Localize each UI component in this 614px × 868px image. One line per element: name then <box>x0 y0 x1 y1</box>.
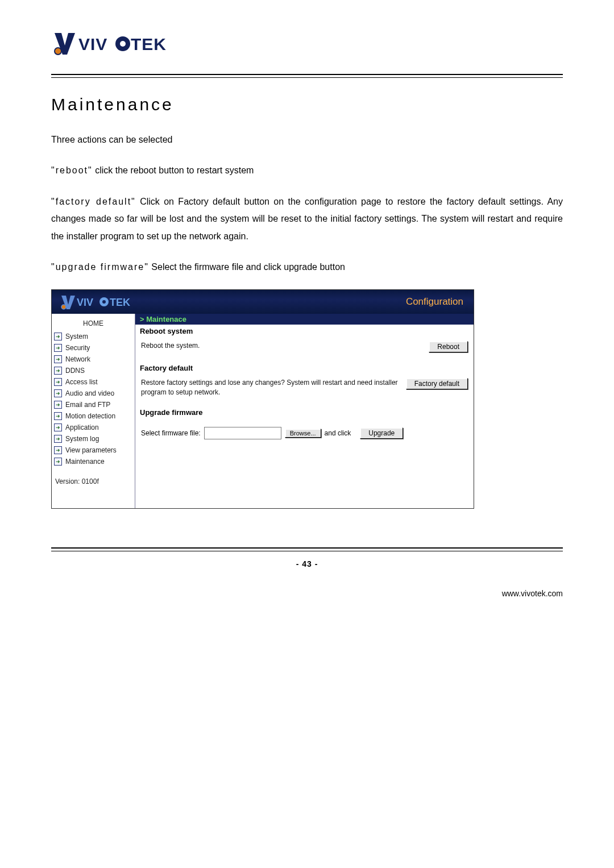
sidebar-item-system[interactable]: ➜ System <box>52 331 135 342</box>
section-factory-text: Restore factory settings and lose any ch… <box>141 378 398 396</box>
arrow-icon: ➜ <box>54 355 62 363</box>
section-upgrade-title: Upgrade firmware <box>135 406 474 422</box>
section-factory: Restore factory settings and lose any ch… <box>135 378 474 405</box>
arrow-icon: ➜ <box>54 367 62 375</box>
sidebar-item-label: System log <box>65 435 99 443</box>
intro-text: Three actions can be selected <box>51 131 563 148</box>
section-reboot: Reboot the system. Reboot <box>135 341 474 362</box>
page-number: - 43 - <box>51 559 563 568</box>
upgrade-button[interactable]: Upgrade <box>360 427 403 439</box>
config-label: Configuration <box>406 296 463 308</box>
sidebar-item-label: Network <box>65 355 90 363</box>
sidebar-item-security[interactable]: ➜ Security <box>52 342 135 354</box>
page-title: Maintenance <box>51 95 563 114</box>
sidebar-item-label: Maintenance <box>65 458 105 466</box>
sidebar-item-access-list[interactable]: ➜ Access list <box>52 376 135 388</box>
para-upgrade-rest: Select the firmware file and click upgra… <box>149 262 345 272</box>
brand-logo-small: VIV TEK <box>60 293 134 310</box>
main-panel: > Maintenace Reboot system Reboot the sy… <box>135 314 474 508</box>
arrow-icon: ➜ <box>54 344 62 352</box>
sidebar-item-label: Audio and video <box>65 389 114 397</box>
sidebar-item-label: View parameters <box>65 446 117 454</box>
sidebar-item-system-log[interactable]: ➜ System log <box>52 433 135 445</box>
svg-text:TEK: TEK <box>131 35 167 53</box>
divider <box>51 547 563 549</box>
firmware-label: Select firmware file: <box>141 429 201 437</box>
keyword-reboot: "reboot" <box>51 165 93 175</box>
and-click-text: and click <box>325 429 351 437</box>
sidebar-item-label: Access list <box>65 378 98 386</box>
sidebar-item-email-ftp[interactable]: ➜ Email and FTP <box>52 399 135 410</box>
svg-text:VIV: VIV <box>78 35 107 53</box>
arrow-icon: ➜ <box>54 446 62 454</box>
para-reboot-rest: click the reboot button to restart syste… <box>93 165 254 175</box>
config-screenshot: VIV TEK Configuration HOME ➜ System ➜ Se… <box>51 289 474 509</box>
breadcrumb: > Maintenace <box>135 314 474 325</box>
version-text: Version: 0100f <box>52 467 135 485</box>
divider <box>51 74 563 75</box>
divider <box>51 77 563 78</box>
svg-point-8 <box>102 300 106 304</box>
sidebar-item-label: System <box>65 333 88 340</box>
keyword-upgrade: "upgrade firmware" <box>51 262 149 272</box>
arrow-icon: ➜ <box>54 401 62 409</box>
sidebar-item-label: Email and FTP <box>65 401 110 409</box>
section-reboot-text: Reboot the system. <box>141 341 421 350</box>
para-factory: "factory default" Click on Factory defau… <box>51 193 563 245</box>
svg-point-3 <box>120 41 126 47</box>
screenshot-header: VIV TEK Configuration <box>52 290 474 314</box>
sidebar-item-maintenance[interactable]: ➜ Maintenance <box>52 456 135 467</box>
sidebar-item-label: Security <box>65 344 90 352</box>
sidebar-item-label: DDNS <box>65 367 85 375</box>
sidebar-item-network[interactable]: ➜ Network <box>52 354 135 365</box>
factory-default-button[interactable]: Factory default <box>406 378 468 389</box>
svg-text:VIV: VIV <box>77 297 93 308</box>
keyword-factory: "factory default" <box>51 197 136 206</box>
section-factory-title: Factory default <box>135 362 474 378</box>
sidebar-item-label: Motion detection <box>65 412 115 420</box>
sidebar: HOME ➜ System ➜ Security ➜ Network ➜ DDN… <box>52 314 135 508</box>
arrow-icon: ➜ <box>54 435 62 443</box>
reboot-button[interactable]: Reboot <box>429 341 468 352</box>
browse-button[interactable]: Browse... <box>285 429 321 438</box>
para-upgrade: "upgrade firmware" Select the firmware f… <box>51 259 563 276</box>
brand-logo-top: VIV TEK <box>51 28 563 57</box>
arrow-icon: ➜ <box>54 423 62 431</box>
firmware-file-input[interactable] <box>204 427 281 439</box>
sidebar-item-application[interactable]: ➜ Application <box>52 422 135 433</box>
sidebar-item-motion[interactable]: ➜ Motion detection <box>52 410 135 422</box>
sidebar-item-label: Application <box>65 423 99 431</box>
arrow-icon: ➜ <box>54 389 62 397</box>
arrow-icon: ➜ <box>54 333 62 340</box>
section-reboot-title: Reboot system <box>135 325 474 341</box>
para-reboot: "reboot" click the reboot button to rest… <box>51 162 563 179</box>
arrow-icon: ➜ <box>54 412 62 420</box>
divider <box>51 551 563 551</box>
svg-point-5 <box>61 305 66 309</box>
arrow-icon: ➜ <box>54 378 62 386</box>
home-link[interactable]: HOME <box>52 314 135 331</box>
svg-text:TEK: TEK <box>110 297 130 308</box>
section-upgrade: Select firmware file: Browse... and clic… <box>135 422 474 451</box>
sidebar-item-ddns[interactable]: ➜ DDNS <box>52 365 135 376</box>
footer-url: www.vivotek.com <box>51 589 563 598</box>
arrow-icon: ➜ <box>54 458 62 466</box>
sidebar-item-view-params[interactable]: ➜ View parameters <box>52 445 135 456</box>
svg-point-0 <box>55 48 61 55</box>
sidebar-item-audio-video[interactable]: ➜ Audio and video <box>52 388 135 399</box>
